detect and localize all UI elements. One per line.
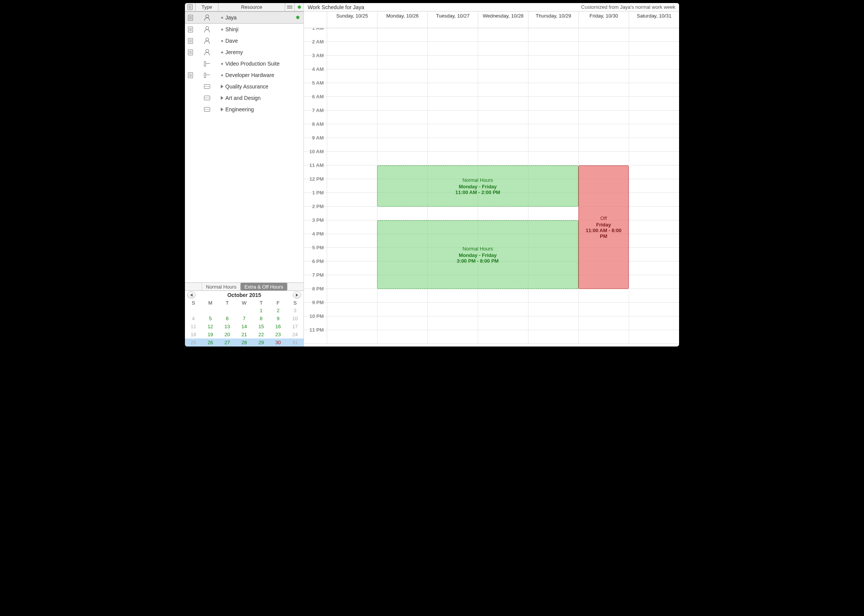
calendar-day-cell[interactable]: 6 xyxy=(219,314,236,322)
calendar-day-cell[interactable]: 23 xyxy=(270,330,286,338)
resource-row[interactable]: Art and Design xyxy=(185,92,304,104)
day-cell[interactable] xyxy=(327,165,377,179)
day-cell[interactable] xyxy=(629,97,679,110)
day-cell[interactable] xyxy=(528,83,578,96)
calendar-day-cell[interactable]: 28 xyxy=(236,338,252,346)
calendar-day-cell[interactable]: 30 xyxy=(270,338,286,346)
calendar-body[interactable]: 1 AM2 AM3 AM4 AM5 AM6 AM7 AM8 AM9 AM10 A… xyxy=(304,28,679,346)
day-cell[interactable] xyxy=(478,83,528,96)
calendar-week-row[interactable]: 18192021222324 xyxy=(185,330,304,338)
day-cell[interactable] xyxy=(327,42,377,55)
day-cell[interactable] xyxy=(478,124,528,138)
day-cell[interactable] xyxy=(629,179,679,192)
day-cell[interactable] xyxy=(327,56,377,69)
day-cell[interactable] xyxy=(528,56,578,69)
day-cell[interactable] xyxy=(478,42,528,55)
calendar-day-cell[interactable]: 15 xyxy=(253,322,270,330)
tab-extra-off-hours[interactable]: Extra & Off Hours xyxy=(241,283,287,290)
resource-row[interactable]: Jeremy xyxy=(185,47,304,58)
day-cell[interactable] xyxy=(528,152,578,165)
calendar-day-cell[interactable] xyxy=(202,306,218,314)
day-cell[interactable] xyxy=(327,275,377,289)
day-cell[interactable] xyxy=(528,111,578,124)
day-cell[interactable] xyxy=(578,42,629,55)
day-cell[interactable] xyxy=(327,261,377,275)
day-cell[interactable] xyxy=(578,69,629,83)
day-cell[interactable] xyxy=(528,69,578,83)
day-cell[interactable] xyxy=(629,330,679,343)
day-cell[interactable] xyxy=(629,42,679,55)
day-cell[interactable] xyxy=(478,56,528,69)
day-cell[interactable] xyxy=(327,207,377,220)
day-cell[interactable] xyxy=(427,69,478,83)
day-cell[interactable] xyxy=(629,207,679,220)
resource-row[interactable]: Jaya✽ xyxy=(185,11,304,24)
day-cell[interactable] xyxy=(528,97,578,110)
day-cell[interactable] xyxy=(578,303,629,316)
day-cell[interactable] xyxy=(327,124,377,138)
day-cell[interactable] xyxy=(528,207,578,220)
day-cell[interactable] xyxy=(629,111,679,124)
doc-column-header[interactable] xyxy=(185,3,196,11)
calendar-week-row[interactable]: 45678910 xyxy=(185,314,304,322)
day-cell[interactable] xyxy=(629,303,679,316)
day-cell[interactable] xyxy=(528,330,578,343)
calendar-day-cell[interactable] xyxy=(185,306,202,314)
day-cell[interactable] xyxy=(478,111,528,124)
day-header[interactable]: Sunday, 10/25 xyxy=(327,11,377,28)
day-cell[interactable] xyxy=(377,316,427,330)
day-cell[interactable] xyxy=(327,97,377,110)
day-cell[interactable] xyxy=(327,248,377,261)
calendar-day-cell[interactable]: 17 xyxy=(287,322,304,330)
day-cell[interactable] xyxy=(327,303,377,316)
day-cell[interactable] xyxy=(478,152,528,165)
day-cell[interactable] xyxy=(629,138,679,151)
day-cell[interactable] xyxy=(528,289,578,302)
calendar-day-cell[interactable]: 8 xyxy=(253,314,270,322)
calendar-day-cell[interactable] xyxy=(219,306,236,314)
calendar-day-cell[interactable]: 10 xyxy=(287,314,304,322)
resource-row[interactable]: Dave xyxy=(185,35,304,47)
day-cell[interactable] xyxy=(327,316,377,330)
day-cell[interactable] xyxy=(377,124,427,138)
day-cell[interactable] xyxy=(578,28,629,42)
day-header[interactable]: Friday, 10/30 xyxy=(578,11,629,28)
day-cell[interactable] xyxy=(578,124,629,138)
day-cell[interactable] xyxy=(377,83,427,96)
day-cell[interactable] xyxy=(528,303,578,316)
day-cell[interactable] xyxy=(427,289,478,302)
calendar-day-cell[interactable]: 12 xyxy=(202,322,218,330)
day-cell[interactable] xyxy=(327,234,377,247)
day-cell[interactable] xyxy=(578,56,629,69)
day-cell[interactable] xyxy=(327,138,377,151)
calendar-day-cell[interactable]: 1 xyxy=(253,306,270,314)
tab-normal-hours[interactable]: Normal Hours xyxy=(202,283,241,290)
type-column-header[interactable]: Type xyxy=(196,3,218,11)
next-month-button[interactable] xyxy=(293,292,301,298)
day-cell[interactable] xyxy=(578,152,629,165)
day-cell[interactable] xyxy=(327,289,377,302)
day-cell[interactable] xyxy=(327,152,377,165)
calendar-day-cell[interactable]: 25 xyxy=(185,338,202,346)
day-cell[interactable] xyxy=(578,83,629,96)
day-cell[interactable] xyxy=(327,28,377,42)
calendar-day-cell[interactable] xyxy=(236,306,252,314)
day-header[interactable]: Monday, 10/26 xyxy=(377,11,427,28)
day-cell[interactable] xyxy=(427,138,478,151)
day-cell[interactable] xyxy=(578,97,629,110)
day-cell[interactable] xyxy=(578,316,629,330)
day-cell[interactable] xyxy=(629,193,679,206)
day-cell[interactable] xyxy=(629,28,679,42)
day-cell[interactable] xyxy=(629,248,679,261)
resource-row[interactable]: Quality Assurance xyxy=(185,81,304,92)
day-cell[interactable] xyxy=(528,316,578,330)
calendar-day-cell[interactable]: 20 xyxy=(219,330,236,338)
day-cell[interactable] xyxy=(427,56,478,69)
day-cell[interactable] xyxy=(528,28,578,42)
calendar-day-cell[interactable]: 24 xyxy=(287,330,304,338)
calendar-day-cell[interactable]: 2 xyxy=(270,306,286,314)
resource-row[interactable]: Engineering xyxy=(185,104,304,115)
calendar-day-cell[interactable]: 7 xyxy=(236,314,252,322)
day-cell[interactable] xyxy=(629,316,679,330)
day-cell[interactable] xyxy=(478,316,528,330)
